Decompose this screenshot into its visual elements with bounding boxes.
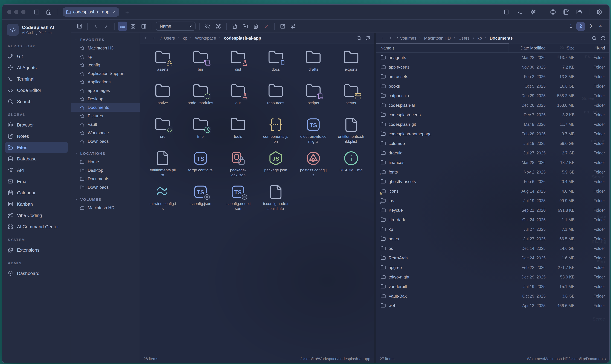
home-button[interactable] xyxy=(44,7,54,17)
place-item-macintosh-hd[interactable]: Macintosh HD xyxy=(71,204,140,212)
file-tile-src[interactable]: src xyxy=(144,116,181,148)
sidebar-item-git[interactable]: Git xyxy=(2,51,71,62)
file-tile-native[interactable]: native xyxy=(144,82,181,115)
notes-button[interactable] xyxy=(561,7,571,17)
table-row-keycue[interactable]: KeycueSep 21, 2020691.8 KBFolder xyxy=(376,205,609,215)
sidebar-item-browser[interactable]: Browser xyxy=(2,119,71,130)
sidebar-item-ai-command-center[interactable]: AI Command Center xyxy=(2,221,71,232)
breadcrumb-segment[interactable]: Users xyxy=(164,36,175,40)
place-item-applications[interactable]: Applications xyxy=(71,78,140,86)
place-item--config[interactable]: .config xyxy=(71,61,140,69)
table-row-kiro-dark[interactable]: kiro-darkOct 24, 20251.1 MBFolder xyxy=(376,215,609,224)
search-icon[interactable] xyxy=(592,36,597,40)
file-tile-drafts[interactable]: drafts xyxy=(295,48,332,81)
sidebar-item-api[interactable]: API xyxy=(2,164,71,176)
breadcrumb-segment[interactable]: Documents xyxy=(490,36,513,40)
window-controls[interactable] xyxy=(7,10,26,14)
file-tile-assets[interactable]: assets xyxy=(144,48,181,81)
column-header-size[interactable]: Size xyxy=(550,43,579,52)
places-section-locations[interactable]: LOCATIONS xyxy=(71,149,140,158)
file-tile-tsconfig-node-json[interactable]: TStsconfig.node.json xyxy=(220,183,256,216)
place-item-desktop[interactable]: Desktop xyxy=(71,95,140,103)
preview-button[interactable] xyxy=(213,21,223,31)
table-row-ai-agents[interactable]: ai-agentsMar 28, 202613.7 MBFolder xyxy=(376,53,609,62)
file-tile-electron-vite-config-ts[interactable]: TSelectron.vite.config.ts xyxy=(295,116,332,148)
breadcrumb-root[interactable]: / xyxy=(160,36,162,40)
sidebar-item-code-editor[interactable]: Code Editor xyxy=(2,84,71,96)
file-tile-components-json[interactable]: components.json xyxy=(257,116,294,148)
forward-button[interactable] xyxy=(102,21,111,31)
files-button[interactable] xyxy=(574,7,584,17)
breadcrumb-segment[interactable]: kp xyxy=(183,36,187,40)
file-tile-bin[interactable]: bin xyxy=(182,48,219,81)
file-tile-resources[interactable]: resources xyxy=(257,82,294,115)
table-row-tokyo-night[interactable]: tokyo-nightDec 29, 202553.9 KBFolder xyxy=(376,272,609,282)
file-tile-tsconfig-node-tsbuildinfo[interactable]: tsconfig.node.tsbuildinfo xyxy=(257,183,294,216)
tab-close-icon[interactable] xyxy=(112,10,116,14)
place-item-app-images[interactable]: app-images xyxy=(71,86,140,95)
horizontal-scrollbar[interactable] xyxy=(376,43,509,44)
place-item-documents[interactable]: Documents xyxy=(71,175,140,183)
toggle-sidebar-button[interactable] xyxy=(32,7,42,17)
delete-button[interactable] xyxy=(251,21,261,31)
file-tile-tools[interactable]: tools xyxy=(220,116,256,148)
breadcrumb-segment[interactable]: kp xyxy=(477,36,482,40)
place-item-workspace[interactable]: Workspace xyxy=(71,129,140,137)
sidebar-item-vibe-coding[interactable]: Vibe Coding xyxy=(2,209,71,221)
table-row-dracula[interactable]: draculaJul 27, 20252.7 GBFolder xyxy=(376,148,609,158)
place-item-documents[interactable]: Documents xyxy=(71,103,140,112)
file-tile-exports[interactable]: exports xyxy=(332,48,370,81)
file-tile-tailwind-config-ts[interactable]: tailwind.config.ts xyxy=(144,183,181,216)
table-row-colorado[interactable]: coloradoJul 19, 202559.0 GBFolder xyxy=(376,139,609,148)
file-tile-node-modules[interactable]: node_modules xyxy=(182,82,219,115)
tab-codesplash-ai-app[interactable]: codesplash-ai-app xyxy=(63,7,119,17)
place-item-vault[interactable]: Vault xyxy=(71,120,140,129)
table-row-web[interactable]: webApr 13, 2025466.6 MBFolder xyxy=(376,301,609,310)
forward-icon[interactable] xyxy=(388,36,392,40)
place-item-pictures[interactable]: Pictures xyxy=(71,112,140,120)
ai-assistant-button[interactable] xyxy=(528,7,538,17)
sidebar-item-files[interactable]: Files xyxy=(5,142,68,153)
table-row-fonts[interactable]: AfontsNov 2, 20255.9 GBFolder xyxy=(376,167,609,177)
sidebar-item-ai-agents[interactable]: AI Agents xyxy=(2,62,71,73)
file-tile-scripts[interactable]: scripts xyxy=(295,82,332,115)
page-button-4[interactable]: 4 xyxy=(596,22,605,31)
sidebar-item-database[interactable]: Database xyxy=(2,153,71,164)
table-row-codesplash-git[interactable]: codesplash-gitMar 8, 202611.7 MBFolder xyxy=(376,119,609,129)
open-external-button[interactable] xyxy=(278,21,288,31)
places-section-volumes[interactable]: VOLUMES xyxy=(71,195,140,204)
table-row-codesplash-homepage[interactable]: codesplash-homepageFeb 28, 20263.7 MBFol… xyxy=(376,129,609,139)
file-tile-tsconfig-json[interactable]: TStsconfig.json xyxy=(182,183,219,216)
file-tile-docs[interactable]: docs xyxy=(257,48,294,81)
table-row-ios[interactable]: iosJul 19, 202599.9 MBFolder xyxy=(376,196,609,205)
page-button-1[interactable]: 1 xyxy=(566,22,575,31)
column-header-name[interactable]: Name ↑ xyxy=(376,46,508,50)
place-item-kp[interactable]: kp xyxy=(71,52,140,61)
sidebar-item-calendar[interactable]: Calendar xyxy=(2,187,71,198)
table-row-apple-certs[interactable]: apple-certsNov 30, 20257.2 KBFolder xyxy=(376,62,609,72)
breadcrumb-root[interactable]: / xyxy=(397,36,398,40)
window-close-button[interactable] xyxy=(7,10,11,14)
back-icon[interactable] xyxy=(380,36,384,40)
table-row-os[interactable]: osDec 14, 202514.6 GBFolder xyxy=(376,244,609,253)
breadcrumb-segment[interactable]: Users xyxy=(458,36,470,40)
page-button-2[interactable]: 2 xyxy=(576,22,585,31)
breadcrumb-segment[interactable]: Workspace xyxy=(195,36,216,40)
table-row-icons[interactable]: iconsAug 14, 20254.6 MBFolder xyxy=(376,186,609,196)
window-minimize-button[interactable] xyxy=(14,10,18,14)
new-folder-button[interactable] xyxy=(240,21,250,31)
collapse-panel-button[interactable] xyxy=(75,21,84,31)
table-row-books[interactable]: booksOct 5, 202516.8 GBFolder xyxy=(376,81,609,91)
new-file-button[interactable] xyxy=(230,21,239,31)
hide-hidden-files-button[interactable] xyxy=(203,21,213,31)
swap-panes-button[interactable] xyxy=(289,21,298,31)
table-row-catppuccin[interactable]: catppuccinDec 29, 2025588.2 MBFolder xyxy=(376,91,609,100)
search-icon[interactable] xyxy=(356,36,361,40)
refresh-icon[interactable] xyxy=(601,36,606,40)
sidebar-item-dashboard[interactable]: Dashboard xyxy=(2,268,71,279)
place-item-downloads[interactable]: Downloads xyxy=(71,183,140,192)
file-tile-postcss-config-js[interactable]: postcss.config.js xyxy=(295,149,332,182)
file-tile-readme-md[interactable]: README.md xyxy=(332,149,370,182)
sidebar-item-notes[interactable]: Notes xyxy=(2,130,71,142)
file-tile-out[interactable]: out xyxy=(220,82,256,115)
